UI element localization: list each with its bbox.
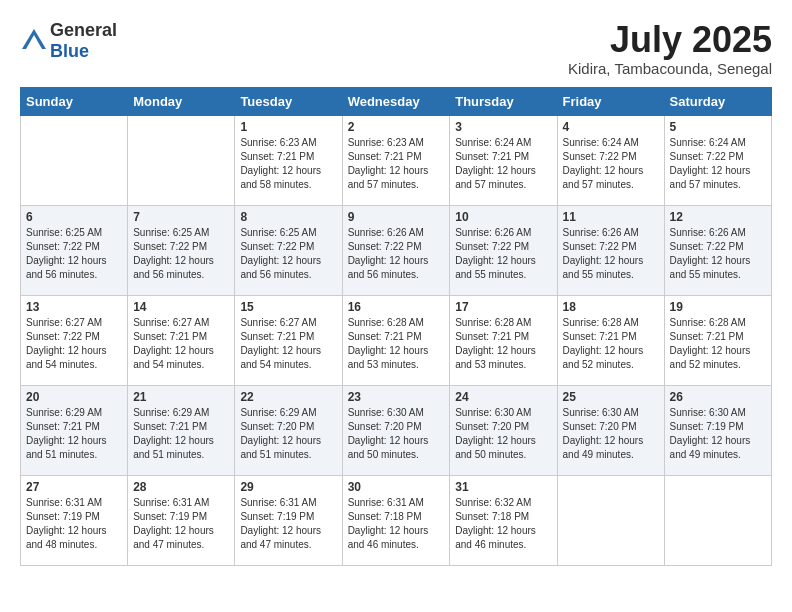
day-number: 30 <box>348 480 445 494</box>
calendar-cell: 14Sunrise: 6:27 AM Sunset: 7:21 PM Dayli… <box>128 295 235 385</box>
day-info: Sunrise: 6:29 AM Sunset: 7:21 PM Dayligh… <box>133 406 229 462</box>
calendar-cell: 20Sunrise: 6:29 AM Sunset: 7:21 PM Dayli… <box>21 385 128 475</box>
day-number: 27 <box>26 480 122 494</box>
day-info: Sunrise: 6:27 AM Sunset: 7:21 PM Dayligh… <box>240 316 336 372</box>
day-info: Sunrise: 6:30 AM Sunset: 7:20 PM Dayligh… <box>563 406 659 462</box>
day-info: Sunrise: 6:31 AM Sunset: 7:19 PM Dayligh… <box>240 496 336 552</box>
calendar-cell: 11Sunrise: 6:26 AM Sunset: 7:22 PM Dayli… <box>557 205 664 295</box>
day-info: Sunrise: 6:27 AM Sunset: 7:21 PM Dayligh… <box>133 316 229 372</box>
day-number: 11 <box>563 210 659 224</box>
calendar-cell: 10Sunrise: 6:26 AM Sunset: 7:22 PM Dayli… <box>450 205 557 295</box>
day-number: 14 <box>133 300 229 314</box>
day-number: 12 <box>670 210 766 224</box>
calendar-week-row: 20Sunrise: 6:29 AM Sunset: 7:21 PM Dayli… <box>21 385 772 475</box>
logo-icon <box>20 27 48 55</box>
calendar-cell: 18Sunrise: 6:28 AM Sunset: 7:21 PM Dayli… <box>557 295 664 385</box>
day-number: 22 <box>240 390 336 404</box>
calendar-cell: 2Sunrise: 6:23 AM Sunset: 7:21 PM Daylig… <box>342 115 450 205</box>
calendar-cell <box>664 475 771 565</box>
day-info: Sunrise: 6:28 AM Sunset: 7:21 PM Dayligh… <box>670 316 766 372</box>
title-block: July 2025 Kidira, Tambacounda, Senegal <box>568 20 772 77</box>
calendar-cell: 17Sunrise: 6:28 AM Sunset: 7:21 PM Dayli… <box>450 295 557 385</box>
calendar-cell: 3Sunrise: 6:24 AM Sunset: 7:21 PM Daylig… <box>450 115 557 205</box>
weekday-header-saturday: Saturday <box>664 87 771 115</box>
day-info: Sunrise: 6:23 AM Sunset: 7:21 PM Dayligh… <box>240 136 336 192</box>
calendar-cell: 9Sunrise: 6:26 AM Sunset: 7:22 PM Daylig… <box>342 205 450 295</box>
day-info: Sunrise: 6:24 AM Sunset: 7:21 PM Dayligh… <box>455 136 551 192</box>
day-number: 28 <box>133 480 229 494</box>
calendar-cell: 13Sunrise: 6:27 AM Sunset: 7:22 PM Dayli… <box>21 295 128 385</box>
weekday-header-row: SundayMondayTuesdayWednesdayThursdayFrid… <box>21 87 772 115</box>
day-number: 20 <box>26 390 122 404</box>
day-number: 5 <box>670 120 766 134</box>
day-info: Sunrise: 6:27 AM Sunset: 7:22 PM Dayligh… <box>26 316 122 372</box>
calendar-cell: 12Sunrise: 6:26 AM Sunset: 7:22 PM Dayli… <box>664 205 771 295</box>
day-number: 15 <box>240 300 336 314</box>
day-info: Sunrise: 6:28 AM Sunset: 7:21 PM Dayligh… <box>348 316 445 372</box>
day-info: Sunrise: 6:25 AM Sunset: 7:22 PM Dayligh… <box>26 226 122 282</box>
day-number: 1 <box>240 120 336 134</box>
calendar-cell: 25Sunrise: 6:30 AM Sunset: 7:20 PM Dayli… <box>557 385 664 475</box>
day-number: 29 <box>240 480 336 494</box>
calendar-cell: 29Sunrise: 6:31 AM Sunset: 7:19 PM Dayli… <box>235 475 342 565</box>
day-number: 19 <box>670 300 766 314</box>
calendar-week-row: 1Sunrise: 6:23 AM Sunset: 7:21 PM Daylig… <box>21 115 772 205</box>
weekday-header-wednesday: Wednesday <box>342 87 450 115</box>
day-info: Sunrise: 6:30 AM Sunset: 7:20 PM Dayligh… <box>348 406 445 462</box>
calendar-cell <box>128 115 235 205</box>
day-number: 2 <box>348 120 445 134</box>
day-info: Sunrise: 6:26 AM Sunset: 7:22 PM Dayligh… <box>348 226 445 282</box>
calendar-cell: 30Sunrise: 6:31 AM Sunset: 7:18 PM Dayli… <box>342 475 450 565</box>
location-title: Kidira, Tambacounda, Senegal <box>568 60 772 77</box>
day-number: 16 <box>348 300 445 314</box>
day-number: 21 <box>133 390 229 404</box>
day-info: Sunrise: 6:28 AM Sunset: 7:21 PM Dayligh… <box>563 316 659 372</box>
month-title: July 2025 <box>568 20 772 60</box>
day-number: 4 <box>563 120 659 134</box>
weekday-header-thursday: Thursday <box>450 87 557 115</box>
day-info: Sunrise: 6:29 AM Sunset: 7:20 PM Dayligh… <box>240 406 336 462</box>
day-number: 25 <box>563 390 659 404</box>
day-number: 3 <box>455 120 551 134</box>
day-info: Sunrise: 6:24 AM Sunset: 7:22 PM Dayligh… <box>563 136 659 192</box>
calendar-table: SundayMondayTuesdayWednesdayThursdayFrid… <box>20 87 772 566</box>
calendar-cell <box>21 115 128 205</box>
calendar-cell: 4Sunrise: 6:24 AM Sunset: 7:22 PM Daylig… <box>557 115 664 205</box>
day-number: 31 <box>455 480 551 494</box>
calendar-cell: 1Sunrise: 6:23 AM Sunset: 7:21 PM Daylig… <box>235 115 342 205</box>
calendar-week-row: 13Sunrise: 6:27 AM Sunset: 7:22 PM Dayli… <box>21 295 772 385</box>
day-number: 23 <box>348 390 445 404</box>
day-number: 17 <box>455 300 551 314</box>
calendar-cell: 15Sunrise: 6:27 AM Sunset: 7:21 PM Dayli… <box>235 295 342 385</box>
calendar-cell: 27Sunrise: 6:31 AM Sunset: 7:19 PM Dayli… <box>21 475 128 565</box>
logo-text: General Blue <box>50 20 117 62</box>
calendar-week-row: 27Sunrise: 6:31 AM Sunset: 7:19 PM Dayli… <box>21 475 772 565</box>
calendar-cell: 28Sunrise: 6:31 AM Sunset: 7:19 PM Dayli… <box>128 475 235 565</box>
calendar-cell: 21Sunrise: 6:29 AM Sunset: 7:21 PM Dayli… <box>128 385 235 475</box>
day-number: 8 <box>240 210 336 224</box>
day-number: 10 <box>455 210 551 224</box>
day-number: 9 <box>348 210 445 224</box>
day-info: Sunrise: 6:32 AM Sunset: 7:18 PM Dayligh… <box>455 496 551 552</box>
day-info: Sunrise: 6:29 AM Sunset: 7:21 PM Dayligh… <box>26 406 122 462</box>
calendar-cell: 7Sunrise: 6:25 AM Sunset: 7:22 PM Daylig… <box>128 205 235 295</box>
page-header: General Blue July 2025 Kidira, Tambacoun… <box>20 20 772 77</box>
day-number: 26 <box>670 390 766 404</box>
day-info: Sunrise: 6:26 AM Sunset: 7:22 PM Dayligh… <box>670 226 766 282</box>
day-info: Sunrise: 6:31 AM Sunset: 7:19 PM Dayligh… <box>133 496 229 552</box>
calendar-cell: 8Sunrise: 6:25 AM Sunset: 7:22 PM Daylig… <box>235 205 342 295</box>
day-info: Sunrise: 6:26 AM Sunset: 7:22 PM Dayligh… <box>455 226 551 282</box>
weekday-header-sunday: Sunday <box>21 87 128 115</box>
day-info: Sunrise: 6:26 AM Sunset: 7:22 PM Dayligh… <box>563 226 659 282</box>
day-info: Sunrise: 6:30 AM Sunset: 7:19 PM Dayligh… <box>670 406 766 462</box>
day-info: Sunrise: 6:23 AM Sunset: 7:21 PM Dayligh… <box>348 136 445 192</box>
day-info: Sunrise: 6:28 AM Sunset: 7:21 PM Dayligh… <box>455 316 551 372</box>
day-info: Sunrise: 6:25 AM Sunset: 7:22 PM Dayligh… <box>133 226 229 282</box>
calendar-cell: 31Sunrise: 6:32 AM Sunset: 7:18 PM Dayli… <box>450 475 557 565</box>
weekday-header-tuesday: Tuesday <box>235 87 342 115</box>
calendar-cell: 19Sunrise: 6:28 AM Sunset: 7:21 PM Dayli… <box>664 295 771 385</box>
day-number: 7 <box>133 210 229 224</box>
weekday-header-monday: Monday <box>128 87 235 115</box>
calendar-cell: 22Sunrise: 6:29 AM Sunset: 7:20 PM Dayli… <box>235 385 342 475</box>
calendar-cell <box>557 475 664 565</box>
